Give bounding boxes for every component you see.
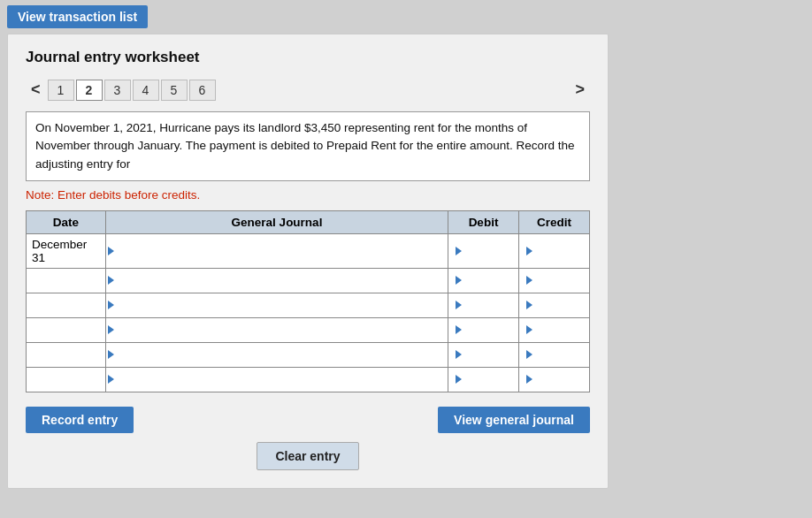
credit-cell[interactable]	[519, 367, 590, 392]
date-cell	[27, 293, 106, 317]
date-cell	[27, 268, 106, 293]
next-page-button[interactable]: >	[570, 79, 590, 101]
credit-cell[interactable]	[519, 268, 590, 293]
note-text: Note: Enter debits before credits.	[26, 188, 590, 202]
credit-cell[interactable]	[519, 293, 590, 317]
description-box: On November 1, 2021, Hurricane pays its …	[26, 111, 590, 181]
clear-entry-button[interactable]: Clear entry	[257, 442, 358, 470]
debit-cell[interactable]	[448, 293, 519, 317]
page-4-button[interactable]: 4	[133, 80, 159, 101]
journal-entry-cell[interactable]	[119, 268, 448, 293]
credit-cell[interactable]	[519, 317, 590, 342]
pagination-row: < 1 2 3 4 5 6 >	[26, 79, 590, 101]
prev-page-button[interactable]: <	[26, 79, 46, 101]
journal-table: Date General Journal Debit Credit Decemb…	[26, 210, 590, 392]
date-cell	[27, 317, 106, 342]
table-row	[27, 317, 590, 342]
page-1-button[interactable]: 1	[48, 80, 74, 101]
journal-entry-cell[interactable]	[119, 233, 448, 268]
page-3-button[interactable]: 3	[104, 80, 131, 101]
record-entry-button[interactable]: Record entry	[26, 407, 134, 433]
debit-cell[interactable]	[448, 233, 519, 268]
date-cell	[27, 342, 106, 367]
view-general-journal-button[interactable]: View general journal	[438, 407, 590, 433]
credit-cell[interactable]	[519, 342, 590, 367]
debit-cell[interactable]	[448, 342, 519, 367]
date-cell	[27, 367, 106, 392]
page-6-button[interactable]: 6	[189, 80, 216, 101]
table-row	[27, 342, 590, 367]
table-row	[27, 268, 590, 293]
journal-entry-cell[interactable]	[119, 317, 448, 342]
table-row: December31	[27, 233, 590, 268]
table-row	[27, 367, 590, 392]
debit-cell[interactable]	[448, 317, 519, 342]
page-2-button[interactable]: 2	[76, 80, 103, 101]
credit-header: Credit	[519, 210, 590, 233]
general-journal-header: General Journal	[106, 210, 448, 233]
debit-header: Debit	[448, 210, 519, 233]
debit-cell[interactable]	[448, 268, 519, 293]
view-transaction-button[interactable]: View transaction list	[7, 5, 148, 28]
credit-cell[interactable]	[519, 233, 590, 268]
journal-entry-cell[interactable]	[119, 367, 448, 392]
date-cell: December31	[27, 233, 106, 268]
panel-title: Journal entry worksheet	[26, 49, 590, 66]
journal-entry-cell[interactable]	[119, 293, 448, 317]
journal-entry-cell[interactable]	[119, 342, 448, 367]
date-header: Date	[27, 210, 106, 233]
debit-cell[interactable]	[448, 367, 519, 392]
page-5-button[interactable]: 5	[161, 80, 188, 101]
table-row	[27, 293, 590, 317]
